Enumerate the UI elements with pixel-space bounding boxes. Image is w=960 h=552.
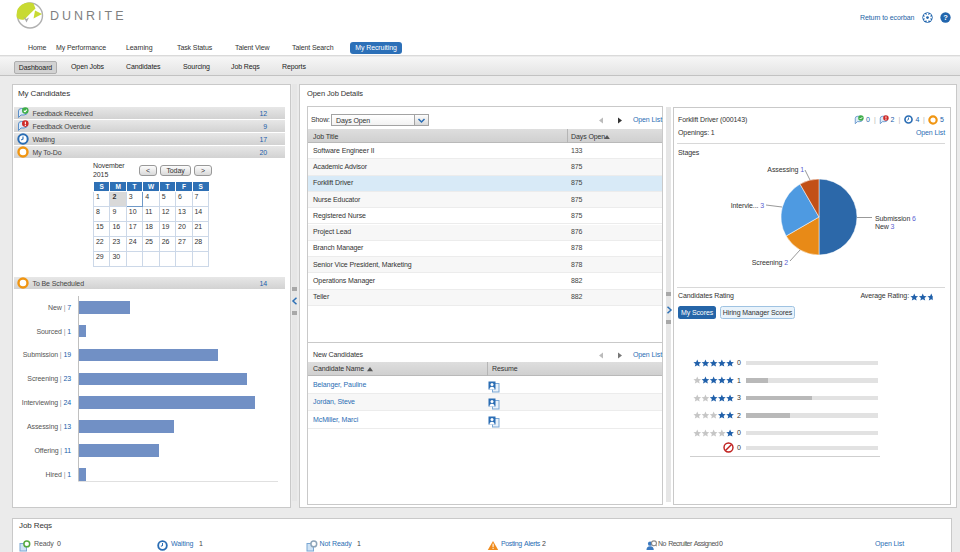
svg-text:?: ? [943,13,948,22]
